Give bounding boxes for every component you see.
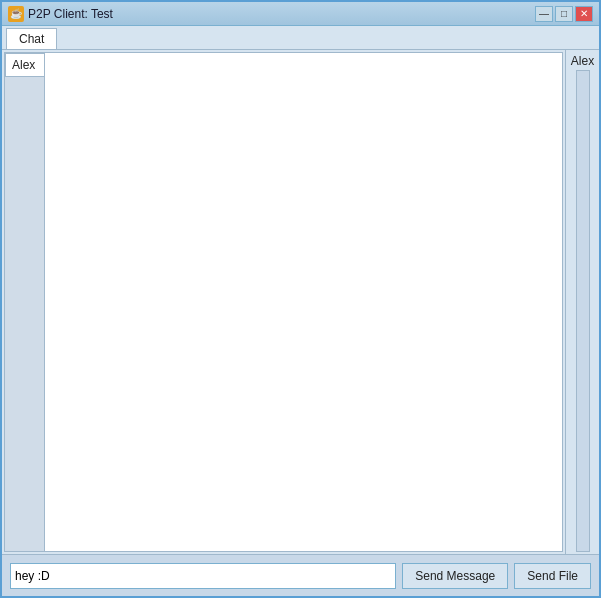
chat-messages[interactable] <box>45 53 562 551</box>
chat-tabs: Alex <box>5 53 45 551</box>
close-button[interactable]: ✕ <box>575 6 593 22</box>
send-message-button[interactable]: Send Message <box>402 563 508 589</box>
send-file-button[interactable]: Send File <box>514 563 591 589</box>
maximize-button[interactable]: □ <box>555 6 573 22</box>
right-panel: Alex <box>565 50 599 554</box>
title-bar-controls: — □ ✕ <box>535 6 593 22</box>
bottom-bar: Send Message Send File <box>2 554 599 596</box>
main-window: ☕ P2P Client: Test — □ ✕ Chat Alex <box>0 0 601 598</box>
right-panel-user-label: Alex <box>571 54 594 68</box>
title-bar-left: ☕ P2P Client: Test <box>8 6 113 22</box>
window-title: P2P Client: Test <box>28 7 113 21</box>
tab-bar: Chat <box>2 26 599 50</box>
inner-layout: Alex Alex <box>2 50 599 554</box>
tab-chat[interactable]: Chat <box>6 28 57 49</box>
main-content: Alex Alex <box>2 50 599 554</box>
chat-area: Alex <box>4 52 563 552</box>
app-icon: ☕ <box>8 6 24 22</box>
title-bar: ☕ P2P Client: Test — □ ✕ <box>2 2 599 26</box>
scrollbar[interactable] <box>576 70 590 552</box>
message-input[interactable] <box>10 563 396 589</box>
minimize-button[interactable]: — <box>535 6 553 22</box>
chat-tab-alex[interactable]: Alex <box>5 53 44 77</box>
